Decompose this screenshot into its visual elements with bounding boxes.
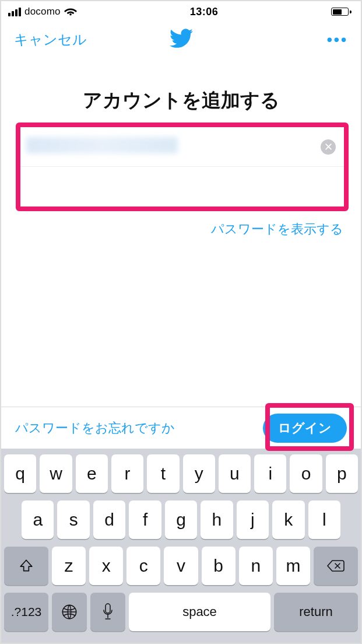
keyboard-row-2: asdfghjkl [4, 501, 358, 539]
username-value-redacted [26, 137, 178, 153]
key-g[interactable]: g [165, 501, 197, 539]
login-form [20, 127, 344, 206]
return-key[interactable]: return [274, 593, 358, 631]
key-u[interactable]: u [219, 454, 251, 493]
key-h[interactable]: h [201, 501, 233, 539]
key-v[interactable]: v [164, 547, 198, 585]
shift-key[interactable] [4, 547, 48, 585]
key-o[interactable]: o [290, 454, 322, 493]
wifi-icon [64, 7, 77, 16]
keyboard-row-3: zxcvbnm [4, 547, 358, 585]
space-key[interactable]: space [129, 593, 270, 631]
key-r[interactable]: r [111, 454, 143, 493]
key-d[interactable]: d [93, 501, 125, 539]
status-bar: docomo 13:06 [1, 1, 361, 20]
password-field[interactable] [26, 179, 336, 194]
svg-rect-1 [106, 604, 110, 613]
username-row[interactable] [20, 127, 344, 167]
show-password-link[interactable]: パスワードを表示する [211, 220, 343, 238]
clear-icon[interactable] [321, 139, 336, 155]
battery-icon [331, 8, 352, 16]
clock-label: 13:06 [190, 6, 219, 18]
key-j[interactable]: j [237, 501, 269, 539]
keyboard-row-4: .?123 space return [4, 593, 358, 631]
key-n[interactable]: n [239, 547, 273, 585]
key-f[interactable]: f [129, 501, 161, 539]
password-row[interactable] [20, 167, 344, 206]
key-a[interactable]: a [22, 501, 54, 539]
dictation-key[interactable] [90, 593, 125, 631]
bottom-bar: パスワードをお忘れですか ログイン [1, 407, 361, 449]
key-y[interactable]: y [183, 454, 215, 493]
key-l[interactable]: l [308, 501, 340, 539]
key-e[interactable]: e [76, 454, 108, 493]
key-s[interactable]: s [57, 501, 89, 539]
twitter-logo-icon [170, 29, 193, 51]
globe-key[interactable] [52, 593, 87, 631]
forgot-password-link[interactable]: パスワードをお忘れですか [15, 419, 175, 437]
key-k[interactable]: k [272, 501, 304, 539]
key-p[interactable]: p [326, 454, 358, 493]
key-q[interactable]: q [4, 454, 36, 493]
page-title: アカウントを追加する [1, 88, 361, 114]
key-z[interactable]: z [52, 547, 86, 585]
cancel-button[interactable]: キャンセル [14, 30, 87, 49]
signal-icon [8, 8, 21, 16]
login-button[interactable]: ログイン [263, 414, 347, 443]
numbers-key[interactable]: .?123 [4, 593, 48, 631]
key-b[interactable]: b [202, 547, 236, 585]
keyboard-row-1: qwertyuiop [4, 454, 358, 493]
more-button[interactable]: ••• [327, 31, 348, 49]
key-i[interactable]: i [254, 454, 286, 493]
keyboard: qwertyuiop asdfghjkl zxcvbnm .?123 space… [1, 449, 361, 643]
key-w[interactable]: w [40, 454, 72, 493]
key-x[interactable]: x [89, 547, 123, 585]
carrier-label: docomo [24, 6, 61, 18]
key-t[interactable]: t [147, 454, 179, 493]
key-c[interactable]: c [126, 547, 160, 585]
nav-bar: キャンセル ••• [1, 22, 361, 57]
username-field [26, 137, 321, 157]
key-m[interactable]: m [276, 547, 310, 585]
backspace-key[interactable] [314, 547, 358, 585]
